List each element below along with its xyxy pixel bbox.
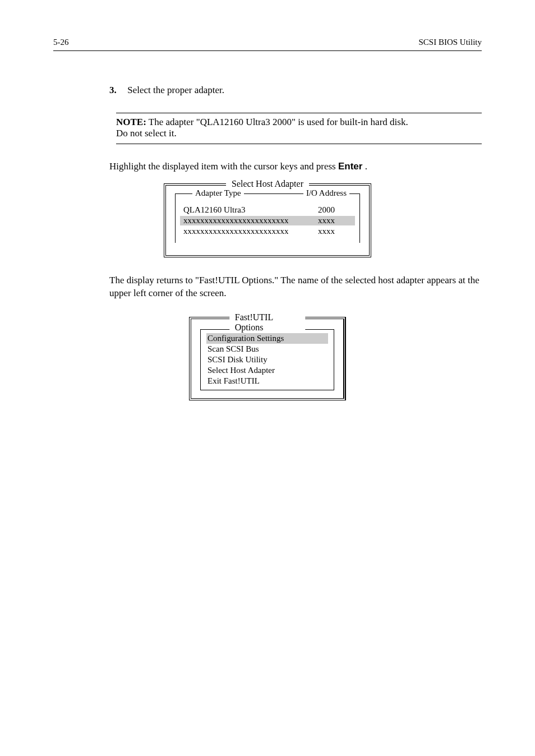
sha-cell-type: QLA12160 Ultra3	[183, 205, 312, 215]
sha-title: Select Host Adapter	[226, 179, 309, 189]
note-box: NOTE: The adapter "QLA12160 Ultra3 2000"…	[116, 113, 482, 144]
highlight-instruction: Highlight the displayed item with the cu…	[109, 161, 482, 172]
return-text: The display returns to "Fast!UTIL Option…	[109, 274, 482, 300]
sha-cell-io: xxxx	[312, 216, 352, 225]
sha-col-io-address: I/O Address	[303, 188, 349, 198]
sha-cell-io: xxxx	[312, 227, 352, 236]
sha-row[interactable]: QLA12160 Ultra3 2000	[180, 205, 355, 215]
step-line: 3. Select the proper adapter.	[109, 85, 482, 96]
note-label: NOTE:	[116, 117, 146, 127]
futil-item-config[interactable]: Configuration Settings	[206, 333, 328, 344]
note-text-1: The adapter "QLA12160 Ultra3 2000" is us…	[149, 117, 408, 127]
highlight-prefix: Highlight the displayed item with the cu…	[109, 161, 338, 172]
sha-cell-type: xxxxxxxxxxxxxxxxxxxxxxxxx	[183, 216, 312, 225]
step-text: Select the proper adapter.	[127, 85, 224, 95]
step-number: 3.	[109, 85, 125, 96]
sha-cell-io: 2000	[312, 205, 352, 215]
sha-row[interactable]: xxxxxxxxxxxxxxxxxxxxxxxxx xxxx	[180, 216, 355, 225]
section-title: SCSI BIOS Utility	[418, 38, 482, 47]
page-header: 5-26 SCSI BIOS Utility	[53, 28, 482, 51]
sha-table: QLA12160 Ultra3 2000 xxxxxxxxxxxxxxxxxxx…	[180, 205, 355, 236]
sha-cell-type: xxxxxxxxxxxxxxxxxxxxxxxxx	[183, 227, 312, 236]
fastutil-options-box: Fast!UTIL Options Configuration Settings…	[189, 317, 346, 400]
futil-item-scan[interactable]: Scan SCSI Bus	[206, 344, 328, 354]
futil-item-exit[interactable]: Exit Fast!UTIL	[206, 376, 328, 386]
sha-col-adapter-type: Adapter Type	[192, 188, 244, 198]
futil-item-selecthost[interactable]: Select Host Adapter	[206, 365, 328, 376]
futil-item-diskutil[interactable]: SCSI Disk Utility	[206, 354, 328, 365]
sha-row[interactable]: xxxxxxxxxxxxxxxxxxxxxxxxx xxxx	[180, 227, 355, 236]
select-host-adapter-box: Select Host Adapter Adapter Type I/O Add…	[164, 183, 371, 257]
note-text-2: Do not select it.	[116, 128, 482, 139]
futil-title: Fast!UTIL Options	[229, 312, 306, 333]
highlight-suffix: .	[365, 161, 367, 172]
page-number: 5-26	[53, 38, 69, 47]
enter-key-label: Enter	[338, 161, 362, 172]
